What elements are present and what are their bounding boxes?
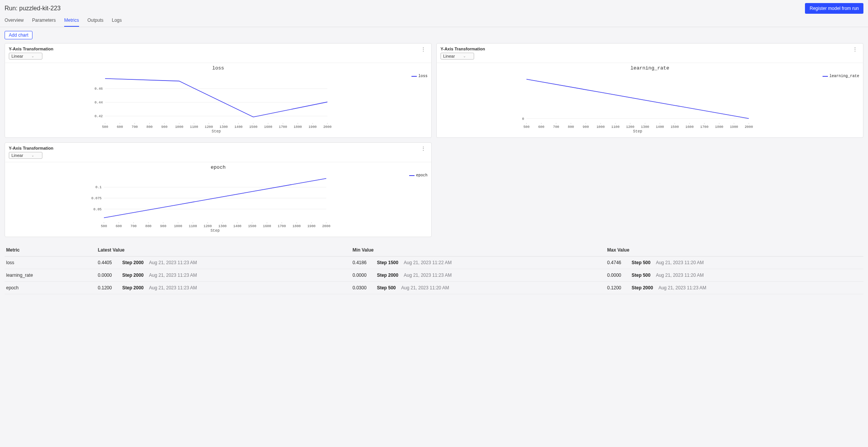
metric-value: 0.4746 xyxy=(607,260,626,265)
chart-card-learning_rate: Y-Axis TransformationLinear⌄⋮learning_ra… xyxy=(436,43,863,138)
svg-text:600: 600 xyxy=(116,224,122,228)
legend-label: loss xyxy=(418,74,428,78)
svg-text:1900: 1900 xyxy=(308,125,317,129)
svg-text:500: 500 xyxy=(101,224,107,228)
svg-text:1900: 1900 xyxy=(307,224,316,228)
chart-body: epoch0.050.0750.150060070080090010001100… xyxy=(5,162,431,237)
svg-text:1800: 1800 xyxy=(294,125,302,129)
chart-menu-icon[interactable]: ⋮ xyxy=(851,47,859,52)
svg-text:500: 500 xyxy=(523,125,530,129)
yaxis-transformation-label: Y-Axis Transformation xyxy=(9,146,53,150)
run-title: Run: puzzled-kit-223 xyxy=(5,5,61,12)
svg-text:1500: 1500 xyxy=(248,224,256,228)
metric-timestamp: Aug 21, 2023 11:23 AM xyxy=(149,285,197,290)
col-min: Min Value xyxy=(353,247,607,253)
chart-title: loss xyxy=(9,65,428,71)
svg-text:1400: 1400 xyxy=(234,125,243,129)
legend-label: epoch xyxy=(416,173,428,178)
svg-text:800: 800 xyxy=(146,125,152,129)
svg-text:Step: Step xyxy=(633,129,642,134)
yaxis-transformation-label: Y-Axis Transformation xyxy=(9,47,53,51)
metric-name: learning_rate xyxy=(6,273,98,278)
svg-text:1700: 1700 xyxy=(279,125,287,129)
legend-label: learning_rate xyxy=(829,74,859,78)
svg-text:1800: 1800 xyxy=(715,125,724,129)
svg-text:1600: 1600 xyxy=(263,224,271,228)
metric-value: 0.1200 xyxy=(98,285,117,290)
metric-value: 0.0000 xyxy=(607,273,626,278)
metric-value: 0.0300 xyxy=(353,285,372,290)
yaxis-transformation-value: Linear xyxy=(11,54,23,58)
metric-max: 0.1200Step 2000Aug 21, 2023 11:23 AM xyxy=(607,285,862,290)
svg-text:2000: 2000 xyxy=(745,125,753,129)
chart-legend: loss xyxy=(409,74,428,78)
chart-plot: 0.050.0750.15006007008009001000110012001… xyxy=(9,172,407,233)
metrics-table: Metric Latest Value Min Value Max Value … xyxy=(5,244,863,294)
svg-text:0.05: 0.05 xyxy=(93,208,102,211)
yaxis-transformation-value: Linear xyxy=(443,54,455,58)
svg-text:600: 600 xyxy=(117,125,123,129)
metric-name: epoch xyxy=(6,285,98,290)
svg-text:0: 0 xyxy=(522,117,524,121)
metric-min: 0.4186Step 1500Aug 21, 2023 11:22 AM xyxy=(353,260,607,265)
page-header: Run: puzzled-kit-223 Register model from… xyxy=(0,0,868,14)
svg-text:1100: 1100 xyxy=(611,125,620,129)
chevron-down-icon: ⌄ xyxy=(463,54,466,58)
metric-step: Step 500 xyxy=(377,285,396,290)
charts-grid: Y-Axis TransformationLinear⌄⋮loss0.420.4… xyxy=(0,43,868,237)
yaxis-transformation-select[interactable]: Linear⌄ xyxy=(440,53,474,60)
svg-text:1500: 1500 xyxy=(670,125,679,129)
yaxis-transformation-select[interactable]: Linear⌄ xyxy=(9,152,42,159)
svg-text:1800: 1800 xyxy=(293,224,301,228)
svg-text:1400: 1400 xyxy=(656,125,664,129)
yaxis-transformation-select[interactable]: Linear⌄ xyxy=(9,53,42,60)
tab-parameters[interactable]: Parameters xyxy=(32,18,56,27)
tab-logs[interactable]: Logs xyxy=(112,18,122,27)
metric-max: 0.4746Step 500Aug 21, 2023 11:20 AM xyxy=(607,260,862,265)
yaxis-transformation-label: Y-Axis Transformation xyxy=(440,47,485,51)
tab-metrics[interactable]: Metrics xyxy=(64,18,79,27)
table-row: loss0.4405Step 2000Aug 21, 2023 11:23 AM… xyxy=(5,257,863,269)
metric-step: Step 500 xyxy=(632,260,650,265)
metric-timestamp: Aug 21, 2023 11:23 AM xyxy=(149,273,197,278)
metric-min: 0.0000Step 2000Aug 21, 2023 11:23 AM xyxy=(353,273,607,278)
chart-header: Y-Axis TransformationLinear⌄⋮ xyxy=(5,143,431,162)
svg-text:1200: 1200 xyxy=(205,125,213,129)
chart-menu-icon[interactable]: ⋮ xyxy=(419,47,428,52)
chart-plot: 0500600700800900100011001200130014001500… xyxy=(440,73,820,134)
svg-text:1500: 1500 xyxy=(249,125,257,129)
svg-text:800: 800 xyxy=(145,224,151,228)
svg-text:1300: 1300 xyxy=(219,224,227,228)
chart-menu-icon[interactable]: ⋮ xyxy=(419,146,428,151)
legend-swatch xyxy=(409,175,415,176)
chart-card-epoch: Y-Axis TransformationLinear⌄⋮epoch0.050.… xyxy=(5,142,432,237)
legend-swatch xyxy=(823,76,828,77)
tab-outputs[interactable]: Outputs xyxy=(87,18,104,27)
svg-text:500: 500 xyxy=(102,125,108,129)
svg-text:700: 700 xyxy=(131,125,138,129)
metric-timestamp: Aug 21, 2023 11:23 AM xyxy=(658,285,706,290)
svg-text:900: 900 xyxy=(583,125,589,129)
svg-text:1400: 1400 xyxy=(233,224,241,228)
register-model-button[interactable]: Register model from run xyxy=(805,3,863,14)
metric-step: Step 1500 xyxy=(377,260,398,265)
metric-timestamp: Aug 21, 2023 11:23 AM xyxy=(404,273,452,278)
metric-value: 0.1200 xyxy=(607,285,626,290)
metric-latest: 0.4405Step 2000Aug 21, 2023 11:23 AM xyxy=(98,260,353,265)
chart-legend: learning_rate xyxy=(820,74,859,78)
svg-text:1900: 1900 xyxy=(730,125,738,129)
svg-text:2000: 2000 xyxy=(322,224,330,228)
add-chart-button[interactable]: Add chart xyxy=(5,31,32,39)
svg-text:0.1: 0.1 xyxy=(96,186,102,189)
tab-overview[interactable]: Overview xyxy=(5,18,24,27)
col-max: Max Value xyxy=(607,247,862,253)
metric-value: 0.0000 xyxy=(98,273,117,278)
chart-card-loss: Y-Axis TransformationLinear⌄⋮loss0.420.4… xyxy=(5,43,432,138)
svg-text:1300: 1300 xyxy=(641,125,649,129)
metric-timestamp: Aug 21, 2023 11:20 AM xyxy=(656,260,704,265)
chart-header: Y-Axis TransformationLinear⌄⋮ xyxy=(437,44,863,63)
svg-text:Step: Step xyxy=(211,229,220,233)
svg-text:0.075: 0.075 xyxy=(91,197,102,200)
tabs: OverviewParametersMetricsOutputsLogs xyxy=(0,14,868,27)
metric-timestamp: Aug 21, 2023 11:23 AM xyxy=(149,260,197,265)
